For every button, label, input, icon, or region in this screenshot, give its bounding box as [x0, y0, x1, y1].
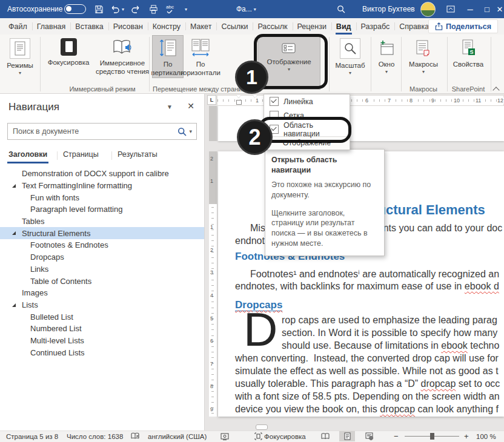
- tab-layout[interactable]: Макет: [185, 18, 216, 35]
- print-layout-icon[interactable]: [339, 431, 355, 441]
- nav-tree-item[interactable]: Footnotes & Endnotes: [0, 239, 204, 251]
- navigation-pane-options-chevron[interactable]: ▼: [167, 104, 173, 110]
- collapse-triangle-icon[interactable]: [12, 303, 16, 307]
- close-button[interactable]: ✕: [496, 0, 504, 18]
- menu-item-ruler[interactable]: Линейка: [264, 94, 350, 108]
- zoom-slider-thumb[interactable]: [430, 433, 434, 440]
- zoom-button[interactable]: Масштаб ▾: [332, 36, 368, 76]
- tab-mailings[interactable]: Рассылк: [253, 18, 292, 35]
- document-text: when converting. Instead, the converted …: [235, 353, 499, 363]
- share-button[interactable]: Поделиться: [428, 19, 498, 33]
- tab-insert[interactable]: Вставка: [70, 18, 108, 35]
- horizontal-scroll-button[interactable]: Погоризонтали: [184, 36, 217, 78]
- show-display-chevron[interactable]: ▾: [288, 67, 290, 72]
- document-title[interactable]: Фа...▾: [236, 0, 256, 18]
- undo-button[interactable]: ▾: [110, 0, 124, 18]
- toggle-track[interactable]: [64, 4, 86, 14]
- tab-design[interactable]: Констру: [148, 18, 185, 35]
- spellcheck-icon[interactable]: abc: [166, 0, 174, 18]
- undo-dropdown-chevron[interactable]: ▾: [122, 7, 124, 12]
- macro-recording-icon[interactable]: [220, 431, 229, 441]
- tab-stop-selector[interactable]: L: [207, 95, 216, 105]
- zoom-level[interactable]: 100 %: [476, 431, 496, 441]
- vertical-ruler[interactable]: 21123456789: [209, 151, 217, 417]
- maximize-button[interactable]: □: [479, 0, 496, 18]
- zoom-in-button[interactable]: +: [464, 431, 469, 441]
- tab-pages[interactable]: Страницы: [63, 150, 99, 159]
- nav-tree-item[interactable]: Tables: [0, 216, 204, 228]
- first-line-indent-marker[interactable]: [236, 95, 241, 98]
- quick-access-more-chevron[interactable]: ▾: [183, 0, 187, 18]
- proofing-icon[interactable]: [131, 431, 140, 441]
- nav-tree-item[interactable]: Table of Contents: [0, 275, 204, 287]
- immersive-reader-button[interactable]: Иммерсивноесредство чтения: [93, 36, 151, 76]
- menu-item-navigation-pane[interactable]: Область навигации: [264, 122, 350, 136]
- avatar[interactable]: [420, 2, 436, 16]
- nav-tree-item[interactable]: Multi-level Lists: [0, 335, 204, 347]
- modes-chevron[interactable]: ▾: [19, 70, 21, 76]
- collapse-triangle-icon[interactable]: [12, 231, 16, 235]
- web-layout-icon[interactable]: [361, 431, 377, 441]
- tab-draw[interactable]: Рисован: [108, 18, 148, 35]
- nav-tree-item[interactable]: Lists: [0, 299, 204, 311]
- save-icon[interactable]: [94, 0, 104, 18]
- zoom-chevron[interactable]: ▾: [349, 70, 351, 76]
- user-name[interactable]: Виктор Бухтеев: [362, 0, 415, 18]
- zoom-out-button[interactable]: −: [394, 431, 399, 441]
- print-icon[interactable]: [149, 0, 158, 18]
- horizontal-scrollbar-thumb[interactable]: [256, 424, 268, 430]
- nav-tree-item[interactable]: Text FormattingInline formatting: [0, 180, 204, 192]
- ruler-checkbox[interactable]: [270, 97, 279, 106]
- word-count[interactable]: Число слов: 1638: [67, 431, 123, 441]
- document-line: section. In Word it is possible to speci…: [282, 328, 497, 338]
- tab-headings[interactable]: Заголовки: [8, 150, 47, 159]
- left-indent-marker[interactable]: [236, 100, 242, 105]
- nav-tree-item[interactable]: Numbered List: [0, 323, 204, 335]
- focus-status-label[interactable]: Фокусировка: [264, 431, 306, 441]
- macros-button[interactable]: Макросы ▾: [403, 36, 443, 74]
- minimize-button[interactable]: ─: [462, 0, 479, 18]
- gridlines-checkbox[interactable]: [270, 111, 279, 120]
- nav-tree-item[interactable]: Paragraph level formatting: [0, 203, 204, 216]
- tab-developer[interactable]: Разрабс: [356, 18, 395, 35]
- tab-file[interactable]: Файл: [4, 18, 32, 35]
- search-magnifier-icon[interactable]: [177, 127, 187, 136]
- tab-view[interactable]: Вид: [331, 18, 356, 35]
- vertical-scroll-button[interactable]: Повертикали: [153, 36, 183, 78]
- search-input[interactable]: [8, 127, 177, 136]
- read-mode-icon[interactable]: [317, 431, 333, 441]
- navigation-pane-close-icon[interactable]: ✕: [187, 101, 194, 111]
- focus-mode-button[interactable]: Фокусировка: [44, 36, 93, 67]
- window-chevron[interactable]: ▾: [385, 69, 388, 74]
- nav-tree-item[interactable]: Dropcaps: [0, 251, 204, 263]
- tab-home[interactable]: Главная: [32, 18, 71, 35]
- search-options-chevron[interactable]: ▾: [189, 128, 192, 134]
- nav-tree-item[interactable]: Fun with fonts: [0, 191, 204, 203]
- tab-results[interactable]: Результаты: [118, 150, 158, 159]
- nav-tree-item-label: Lists: [22, 300, 38, 309]
- language-indicator[interactable]: английский (США): [148, 431, 207, 441]
- modes-button[interactable]: Режимы ▾: [4, 36, 36, 76]
- horizontal-ruler[interactable]: 123456789101112: [217, 95, 504, 106]
- document-title-chevron[interactable]: ▾: [254, 7, 256, 12]
- collapse-triangle-icon[interactable]: [12, 184, 16, 188]
- autosave-toggle[interactable]: [64, 0, 86, 18]
- nav-tree-item[interactable]: Images: [0, 287, 204, 299]
- window-button[interactable]: Окно ▾: [373, 36, 400, 74]
- ribbon-display-options-icon[interactable]: [442, 0, 459, 18]
- properties-button[interactable]: S Свойства: [449, 36, 487, 68]
- macros-chevron[interactable]: ▾: [422, 69, 425, 74]
- nav-tree-item[interactable]: Links: [0, 263, 204, 275]
- redo-button[interactable]: [131, 0, 141, 18]
- collapse-ribbon-chevron[interactable]: [492, 87, 499, 93]
- nav-tree-item[interactable]: Demonstration of DOCX support in calibre: [0, 168, 204, 180]
- nav-tree-item[interactable]: Continued Lists: [0, 346, 204, 358]
- search-icon[interactable]: [337, 0, 345, 18]
- nav-tree-item[interactable]: Structural Elements: [0, 227, 204, 239]
- nav-tree-item[interactable]: Bulleted List: [0, 311, 204, 323]
- document-search-box[interactable]: ▾: [7, 123, 197, 140]
- focus-status-icon[interactable]: [254, 431, 262, 441]
- page-indicator[interactable]: Страница 5 из 8: [6, 431, 58, 441]
- tab-references[interactable]: Ссылки: [216, 18, 253, 35]
- tab-review[interactable]: Рецензи: [293, 18, 331, 35]
